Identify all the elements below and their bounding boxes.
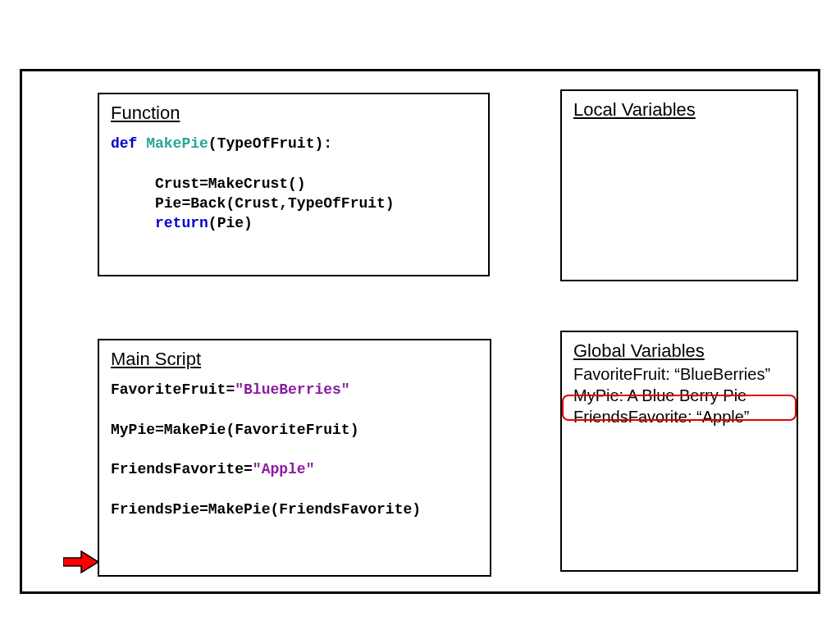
local-title: Local Variables [573,99,785,121]
code-line: MyPie=MakePie(FavoriteFruit) [111,422,358,438]
script-title: Main Script [111,349,478,370]
function-panel: Function def MakePie(TypeOfFruit): Crust… [98,93,490,276]
code-line: Pie=Back(Crust,TypeOfFruit) [111,195,395,212]
global-row: FriendsFavorite: “Apple” [573,406,785,427]
keyword-def: def [111,135,146,152]
global-variables-panel: Global Variables FavoriteFruit: “BlueBer… [560,331,798,572]
globals-body: FavoriteFruit: “BlueBerries” MyPie: A Bl… [573,363,785,427]
global-row: FavoriteFruit: “BlueBerries” [573,363,785,385]
function-title: Function [111,103,477,124]
code-line: FriendsPie=MakePie(FriendsFavorite) [111,501,421,518]
local-variables-panel: Local Variables [560,89,798,281]
diagram-outer: Function def MakePie(TypeOfFruit): Crust… [20,69,820,594]
code-line: FavoriteFruit= [111,381,235,398]
global-title: Global Variables [573,340,785,362]
svg-marker-0 [63,551,98,573]
main-script-panel: Main Script FavoriteFruit="BlueBerries" … [98,339,491,577]
execution-arrow-icon [63,550,99,573]
code-line: FriendsFavorite= [111,461,253,477]
script-code: FavoriteFruit="BlueBerries" MyPie=MakePi… [111,380,478,519]
keyword-return: return [111,215,208,231]
string-literal: "BlueBerries" [235,381,349,398]
function-name: MakePie [146,135,208,152]
function-sig: (TypeOfFruit): [208,135,332,152]
string-literal: "Apple" [253,461,315,477]
global-row: MyPie: A Blue Berry Pie [573,385,785,406]
function-code: def MakePie(TypeOfFruit): Crust=MakeCrus… [111,134,477,233]
code-line: Crust=MakeCrust() [111,176,306,192]
return-tail: (Pie) [208,215,253,231]
